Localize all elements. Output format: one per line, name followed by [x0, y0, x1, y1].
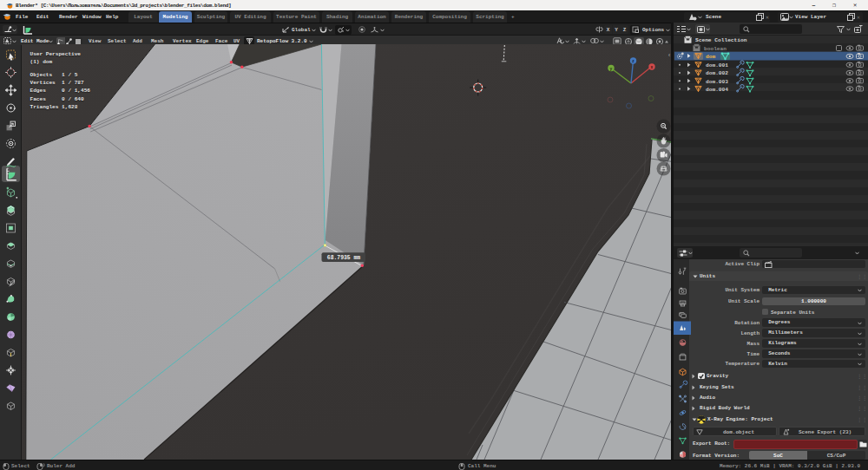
svg-text:dom.001: dom.001 [706, 62, 728, 69]
svg-text:dom.002: dom.002 [706, 70, 728, 76]
svg-text:68.7935 mm: 68.7935 mm [327, 255, 361, 261]
svg-text:y: y [610, 67, 613, 71]
svg-text:dom.004: dom.004 [706, 87, 728, 93]
svg-text:z: z [632, 59, 635, 63]
svg-text:dom.003: dom.003 [706, 79, 728, 85]
svg-text:x: x [651, 65, 654, 69]
